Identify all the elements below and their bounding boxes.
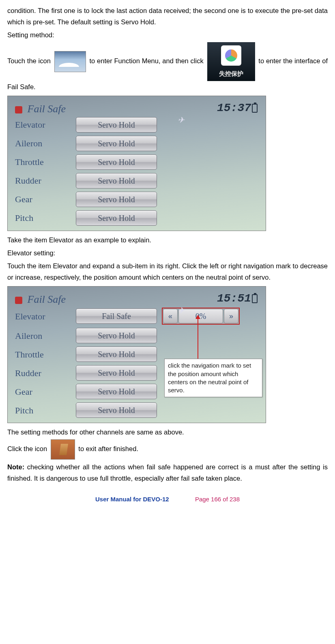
paragraph: The setting methods for other channels a… <box>7 426 328 438</box>
channel-row: AileronServo Hold <box>8 326 266 345</box>
note-text: checking whether all the actions when fa… <box>7 463 328 482</box>
channel-label: Aileron <box>15 328 76 343</box>
decrease-button[interactable]: « <box>163 309 178 323</box>
footer-page-number: Page 166 of 238 <box>195 496 240 503</box>
channel-label: Pitch <box>15 210 76 225</box>
channel-row: GearServo Hold <box>8 190 266 209</box>
plane-icon: ✈ <box>178 304 185 317</box>
paragraph-inline-icons: Touch the icon to enter Function Menu, a… <box>7 42 328 92</box>
title-icon <box>15 297 22 304</box>
channel-value-button[interactable]: Servo Hold <box>76 402 157 418</box>
paragraph: Elevator setting: <box>7 247 328 259</box>
channel-value-button[interactable]: Servo Hold <box>76 192 157 207</box>
channel-value-button[interactable]: Servo Hold <box>76 384 157 399</box>
screen-title-bar: Fail Safe 15:37 ✈ <box>8 96 266 116</box>
channel-value-button[interactable]: Servo Hold <box>76 365 157 381</box>
text: to exit after finished. <box>78 445 138 453</box>
fail-safe-icon: 失控保护 <box>207 42 255 81</box>
paragraph: Setting method: <box>7 29 328 41</box>
spinner-group: «0%» <box>162 308 240 325</box>
battery-icon <box>252 104 258 113</box>
channel-value-button[interactable]: Servo Hold <box>76 328 157 343</box>
channel-label: Rudder <box>15 173 76 188</box>
footer-manual-title: User Manual for DEVO-12 <box>95 496 169 503</box>
text: to enter Function Menu, and then click <box>90 58 204 65</box>
battery-icon <box>252 294 258 303</box>
plane-icon: ✈ <box>178 113 185 127</box>
channel-row: ElevatorServo Hold <box>8 116 266 134</box>
note-paragraph: Note: checking whether all the actions w… <box>7 461 328 484</box>
clock: 15:37 <box>217 98 258 118</box>
channel-row: RudderServo Hold <box>8 171 266 190</box>
channel-row: PitchServo Hold <box>8 401 266 419</box>
channel-label: Throttle <box>15 347 76 362</box>
channel-value-button[interactable]: Servo Hold <box>76 173 157 188</box>
channel-value-button[interactable]: Servo Hold <box>76 154 157 170</box>
title-icon <box>15 106 22 113</box>
channel-row: ThrottleServo Hold <box>8 153 266 171</box>
page-footer: User Manual for DEVO-12 Page 166 of 238 <box>7 494 328 505</box>
function-menu-icon <box>54 51 86 72</box>
paragraph: condition. The first one is to lock the … <box>7 5 328 28</box>
text: Click the icon <box>7 445 47 453</box>
increase-button[interactable]: » <box>224 309 238 323</box>
screenshot-fail-safe-list: Fail Safe 15:37 ✈ ElevatorServo HoldAile… <box>7 96 266 231</box>
paragraph: Touch the item Elevator and expand a sub… <box>7 260 328 283</box>
channel-row: PitchServo Hold <box>8 209 266 227</box>
channel-row: AileronServo Hold <box>8 134 266 153</box>
channel-value-button[interactable]: Servo Hold <box>76 347 157 362</box>
text: Touch the icon <box>7 58 51 65</box>
fail-safe-icon-label: 失控保护 <box>207 68 255 79</box>
channel-label: Throttle <box>15 154 76 169</box>
channel-label: Elevator <box>15 309 76 324</box>
paragraph: Take the item Elevator as an example to … <box>7 234 328 246</box>
paragraph-inline-exit: Click the icon to exit after finished. <box>7 439 328 460</box>
channel-label: Gear <box>15 192 76 207</box>
clock: 15:51 <box>217 289 258 308</box>
screen-title-bar: Fail Safe 15:51 ✈ <box>8 287 266 306</box>
channel-value-button[interactable]: Servo Hold <box>76 117 157 133</box>
channel-value-button[interactable]: Servo Hold <box>76 210 157 226</box>
screen-title: Fail Safe <box>28 293 66 305</box>
callout-line <box>198 317 198 359</box>
exit-icon <box>51 439 75 460</box>
channel-label: Rudder <box>15 366 76 381</box>
channel-label: Elevator <box>15 117 76 132</box>
channel-value-button[interactable]: Fail Safe <box>76 308 157 324</box>
screenshot-fail-safe-edit: Fail Safe 15:51 ✈ ElevatorFail Safe«0%»A… <box>7 286 266 423</box>
screen-title: Fail Safe <box>28 103 66 115</box>
channel-label: Aileron <box>15 136 76 151</box>
channel-label: Pitch <box>15 403 76 418</box>
note-label: Note: <box>7 463 24 471</box>
channel-value-button[interactable]: Servo Hold <box>76 136 157 151</box>
channel-row: ElevatorFail Safe«0%» <box>8 306 266 326</box>
channel-label: Gear <box>15 384 76 399</box>
callout-box: click the navigation mark to set the pos… <box>164 359 262 397</box>
spinner-value: 0% <box>178 309 223 323</box>
